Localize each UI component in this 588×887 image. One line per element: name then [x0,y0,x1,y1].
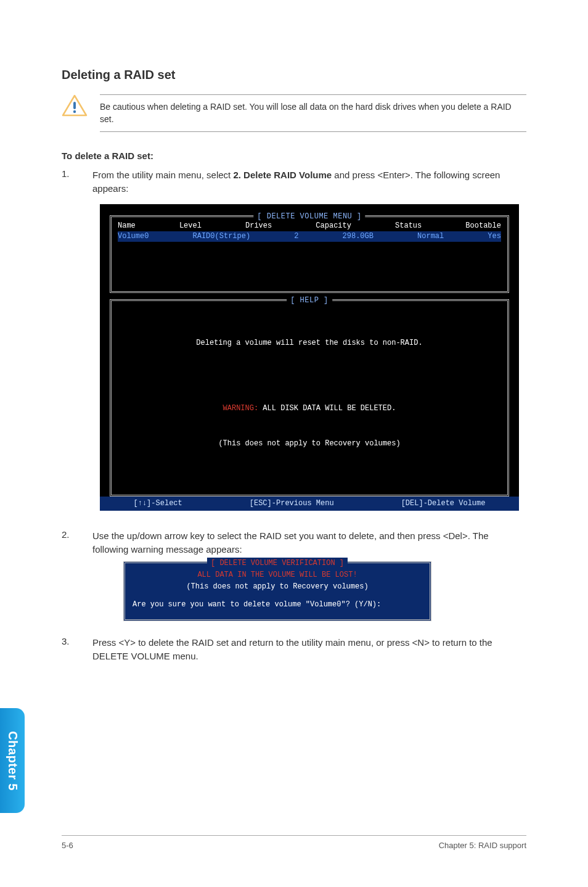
caution-note: Be cautious when deleting a RAID set. Yo… [62,94,526,132]
cell-capacity: 298.0GB [343,231,374,242]
step-text: From the utility main menu, select 2. De… [92,168,526,511]
chapter-tab-label: Chapter 5 [6,731,20,791]
chapter-label: Chapter 5: RAID support [439,841,526,850]
col-bootable: Bootable [465,221,501,231]
step-1: 1. From the utility main menu, select 2.… [62,168,526,511]
procedure-title: To delete a RAID set: [62,151,526,161]
step-number: 2. [62,529,92,621]
dialog-note: (This does not apply to Recovery volumes… [133,581,422,593]
bios-menu-title: [ DELETE VOLUME MENU ] [253,212,365,222]
warning-prefix: WARNING: [223,404,259,413]
step3-text: Press <Y> to delete the RAID set and ret… [92,637,492,661]
caution-text: Be cautious when deleting a RAID set. Yo… [100,101,526,125]
warning-rest: ALL DISK DATA WILL BE DELETED. [258,404,396,413]
page-number: 5-6 [62,841,73,850]
bios-column-headers: Name Level Drives Capacity Status Bootab… [118,221,501,231]
step-2: 2. Use the up/down arrow key to select t… [62,529,526,621]
cell-bootable: Yes [488,231,501,242]
step2-text: Use the up/down arrow key to select the … [92,530,489,555]
col-drives: Drives [245,221,272,231]
section-title: Deleting a RAID set [62,68,526,82]
cell-name: Volume0 [118,231,149,242]
step1-bold: 2. Delete RAID Volume [233,170,332,180]
bios-help-frame: [ HELP ] Deleting a volume will reset th… [110,299,509,496]
delete-verification-dialog: [ DELETE VOLUME VERIFICATION ] ALL DATA … [123,561,431,622]
col-capacity: Capacity [316,221,351,231]
step-number: 1. [62,168,92,511]
bios-menu-frame: [ DELETE VOLUME MENU ] Name Level Drives… [110,215,509,294]
dialog-prompt[interactable]: Are you sure you want to delete volume "… [133,599,422,611]
caution-icon [62,94,88,117]
chapter-side-tab: Chapter 5 [0,708,25,813]
footer-del: [DEL]-Delete Volume [401,498,486,509]
dialog-warning: ALL DATA IN THE VOLUME WILL BE LOST! [133,569,422,581]
bios-volume-row[interactable]: Volume0 RAID0(Stripe) 2 298.0GB Normal Y… [118,231,501,242]
bios-footer-bar: [↑↓]-Select [ESC]-Previous Menu [DEL]-De… [100,497,519,511]
help-warning: WARNING: ALL DISK DATA WILL BE DELETED. [118,403,501,415]
help-line1: Deleting a volume will reset the disks t… [118,337,501,349]
svg-point-1 [73,110,76,113]
step1-before: From the utility main menu, select [92,170,233,180]
footer-select: [↑↓]-Select [134,498,182,509]
col-name: Name [118,221,136,231]
help-line3: (This does not apply to Recovery volumes… [118,438,501,450]
cell-drives: 2 [294,231,298,242]
footer-esc: [ESC]-Previous Menu [250,498,334,509]
cell-level: RAID0(Stripe) [193,231,251,242]
bios-delete-volume-screen: [ DELETE VOLUME MENU ] Name Level Drives… [100,204,519,497]
step-text: Press <Y> to delete the RAID set and ret… [92,636,526,663]
svg-rect-0 [73,102,76,109]
cell-status: Normal [417,231,444,242]
step-text: Use the up/down arrow key to select the … [92,529,526,621]
step-3: 3. Press <Y> to delete the RAID set and … [62,636,526,663]
bios-help-title: [ HELP ] [287,295,332,306]
col-level: Level [179,221,202,231]
page-footer: 5-6 Chapter 5: RAID support [62,835,526,850]
dialog-title: [ DELETE VOLUME VERIFICATION ] [207,558,348,569]
col-status: Status [395,221,422,231]
step-number: 3. [62,636,92,663]
